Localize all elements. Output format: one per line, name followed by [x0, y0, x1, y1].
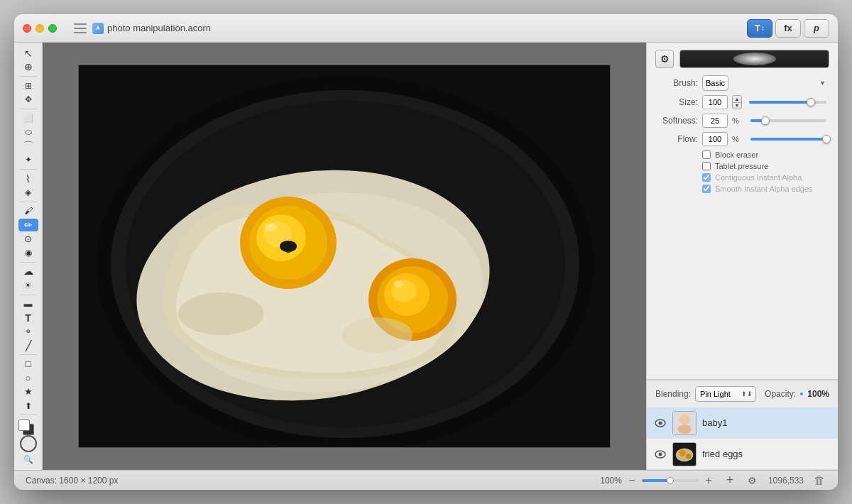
- brush-select-arrow: ▼: [819, 80, 826, 87]
- rect-shape-tool[interactable]: [18, 297, 38, 310]
- flow-value[interactable]: 100: [702, 132, 728, 146]
- size-value[interactable]: 100: [702, 95, 728, 109]
- sharpen-tool[interactable]: [18, 279, 38, 292]
- text-tool-button[interactable]: T ↕: [747, 19, 772, 38]
- size-slider[interactable]: [749, 101, 826, 104]
- eye-icon: [655, 419, 666, 427]
- pencil-tool[interactable]: ✏: [18, 219, 38, 231]
- zoom-percentage: 100%: [600, 476, 622, 486]
- size-slider-thumb[interactable]: [807, 98, 815, 106]
- brush-settings-panel: ⚙ Brush: Basic ▼: [647, 43, 838, 380]
- flow-slider-thumb[interactable]: [822, 135, 831, 143]
- layers-panel: baby1: [647, 407, 838, 470]
- size-stepper[interactable]: ▲ ▼: [732, 95, 742, 109]
- color-swatches[interactable]: [18, 420, 38, 432]
- zoom-tool[interactable]: [18, 61, 38, 74]
- sidebar-toggle-icon[interactable]: [74, 23, 87, 33]
- flow-slider[interactable]: [750, 138, 826, 141]
- softness-pct: %: [732, 116, 743, 125]
- zoom-bottom-tool[interactable]: 🔍: [18, 454, 38, 466]
- transform-tool[interactable]: [18, 93, 38, 106]
- p-tool-button[interactable]: p: [804, 19, 829, 38]
- status-bar: Canvas: 1600 × 1200 px 100% − + + ⚙ 1096…: [14, 470, 838, 490]
- zoom-slider-thumb[interactable]: [667, 477, 674, 484]
- lasso-tool[interactable]: [18, 140, 38, 153]
- left-toolbar: ✏: [14, 43, 43, 470]
- smooth-alpha-checkbox[interactable]: [702, 185, 711, 193]
- block-eraser-checkbox[interactable]: [702, 150, 711, 159]
- opacity-slider[interactable]: [800, 393, 803, 395]
- zoom-slider-track[interactable]: [642, 479, 699, 482]
- layer-fried-eggs[interactable]: fried eggs: [647, 439, 838, 470]
- baby1-thumb-svg: [673, 411, 696, 435]
- softness-value[interactable]: 25: [702, 114, 728, 128]
- arrow-shape-tool[interactable]: [18, 400, 38, 412]
- brush-preview-circle: [733, 53, 776, 65]
- contiguous-alpha-checkbox[interactable]: [702, 173, 711, 182]
- size-row: Size: 100 ▲ ▼: [655, 95, 829, 109]
- file-icon: A: [92, 23, 104, 34]
- blending-select[interactable]: Normal Dissolve Multiply Screen Overlay …: [695, 386, 756, 402]
- star-shape-tool[interactable]: [18, 385, 38, 398]
- add-layer-button[interactable]: +: [723, 473, 737, 488]
- clone-tool[interactable]: [18, 233, 38, 246]
- opacity-label: Opacity:: [765, 389, 796, 399]
- layer-baby1[interactable]: baby1: [647, 407, 838, 439]
- block-eraser-label: Block eraser: [715, 150, 758, 159]
- bezier-tool[interactable]: [18, 325, 38, 338]
- circle-shape-tool[interactable]: [18, 372, 38, 385]
- layer-eggs-visibility[interactable]: [654, 448, 667, 461]
- flow-pct: %: [732, 135, 743, 143]
- text-tool[interactable]: [18, 312, 38, 324]
- zoom-minus-button[interactable]: −: [626, 475, 638, 486]
- right-panel: ⚙ Brush: Basic ▼: [646, 43, 838, 470]
- layer-eggs-name: fried eggs: [702, 449, 743, 459]
- softness-slider-thumb[interactable]: [761, 116, 770, 125]
- brush-label: Brush:: [655, 78, 698, 88]
- opacity-value: 100%: [807, 389, 829, 399]
- zoom-slider-fill: [642, 479, 670, 482]
- square-shape-tool[interactable]: [18, 358, 38, 371]
- magic-select-tool[interactable]: [18, 154, 38, 167]
- layer-baby1-name: baby1: [702, 417, 727, 428]
- svg-point-17: [342, 317, 413, 353]
- app-window: A photo manipulation.acorn T ↕ fx p: [14, 14, 838, 490]
- redeye-tool[interactable]: [18, 246, 38, 259]
- brush-select-wrapper: Basic ▼: [702, 75, 829, 91]
- size-stepper-up[interactable]: ▲: [733, 96, 741, 103]
- svg-point-15: [393, 280, 403, 287]
- softness-slider[interactable]: [750, 119, 826, 122]
- tablet-pressure-checkbox[interactable]: [702, 162, 711, 170]
- arrow-tool[interactable]: [18, 47, 38, 60]
- brush-gear-button[interactable]: ⚙: [655, 50, 674, 68]
- toolbar-separator: [20, 202, 37, 202]
- minimize-button[interactable]: [36, 24, 44, 33]
- close-button[interactable]: [23, 24, 31, 33]
- brush-circle: [20, 435, 37, 452]
- zoom-plus-button[interactable]: +: [703, 475, 714, 486]
- layer-eggs-thumbnail: [672, 442, 697, 466]
- line-tool[interactable]: [18, 339, 38, 352]
- smooth-alpha-row: Smooth Instant Alpha edges: [655, 185, 829, 193]
- brush-select[interactable]: Basic: [702, 75, 728, 91]
- brush-preview-row: ⚙: [655, 50, 829, 68]
- brush-type-row: Brush: Basic ▼: [655, 75, 829, 91]
- rect-select-tool[interactable]: [18, 112, 38, 125]
- toolbar-separator: [20, 354, 37, 355]
- color-select-tool[interactable]: [18, 186, 38, 199]
- fx-tool-button[interactable]: fx: [775, 19, 801, 38]
- layer-baby1-visibility[interactable]: [654, 417, 667, 429]
- dodge-burn-tool[interactable]: [18, 265, 38, 278]
- eyedropper-tool[interactable]: [18, 172, 38, 185]
- canvas-area[interactable]: [43, 43, 646, 470]
- paint-bucket-tool[interactable]: [18, 205, 38, 218]
- size-stepper-down[interactable]: ▼: [733, 103, 741, 109]
- ellipse-select-tool[interactable]: [18, 126, 38, 138]
- maximize-button[interactable]: [48, 24, 57, 33]
- delete-layer-button[interactable]: 🗑: [812, 473, 826, 488]
- crop-tool[interactable]: [18, 80, 38, 92]
- canvas-gear-button[interactable]: ⚙: [746, 473, 760, 488]
- background-color[interactable]: [18, 420, 30, 431]
- toolbar-separator: [20, 109, 37, 109]
- titlebar: A photo manipulation.acorn T ↕ fx p: [14, 14, 838, 43]
